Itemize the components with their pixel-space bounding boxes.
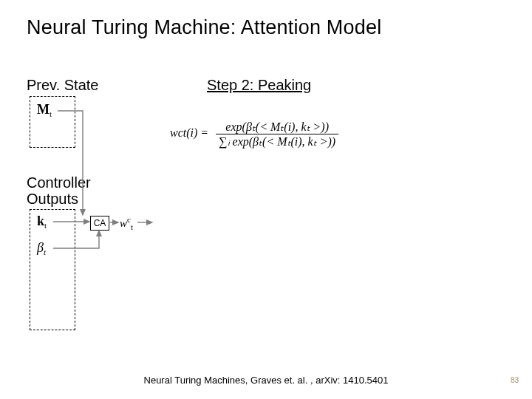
symbol-betat: βt xyxy=(37,240,46,256)
controller-outputs-label-l2: Outputs xyxy=(27,191,78,208)
symbol-Mt: Mt xyxy=(37,102,52,118)
page-number: 83 xyxy=(511,376,519,384)
diagram-wires xyxy=(0,0,532,399)
citation: Neural Turing Machines, Graves et. al. ,… xyxy=(0,375,532,386)
step-label: Step 2: Peaking xyxy=(207,77,311,94)
controller-outputs-label-l1: Controller xyxy=(27,174,91,191)
equation: wct(i) = exp(βₜ(< Mₜ(i), kₜ >)) ∑ᵢ exp(β… xyxy=(170,120,338,149)
prev-state-label: Prev. State xyxy=(27,77,98,94)
ca-node: CA xyxy=(90,216,109,231)
symbol-wtc: wct xyxy=(120,215,133,231)
symbol-kt: kt xyxy=(37,214,47,230)
slide-title: Neural Turing Machine: Attention Model xyxy=(27,16,381,39)
